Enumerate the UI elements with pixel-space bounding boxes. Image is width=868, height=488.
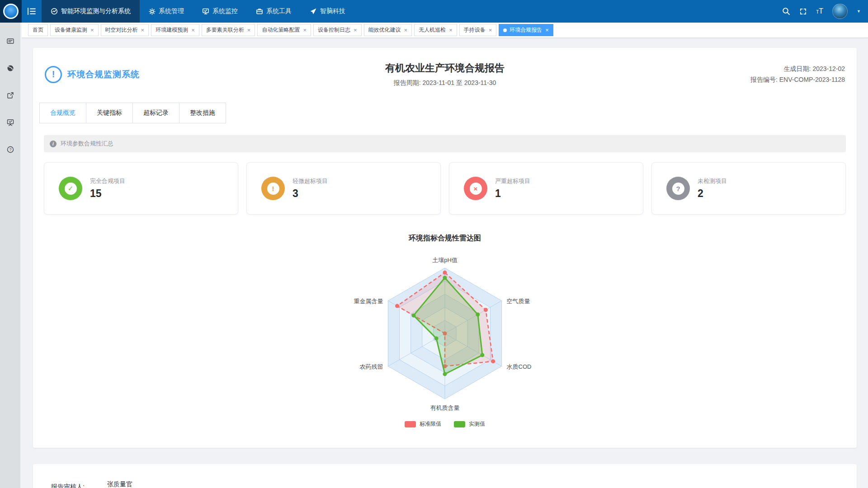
menu-item-label: 系统管理 (159, 7, 184, 15)
stats-row: ✓完全合规项目15!轻微超标项目3×严重超标项目1?未检测项目2 (44, 162, 846, 215)
svg-text:水质COD: 水质COD (507, 363, 532, 370)
radar-chart-title: 环境指标合规性雷达图 (409, 234, 481, 243)
radar-chart: 土壤pH值空气质量水质COD有机质含量农药残留重金属含量 (336, 249, 553, 419)
side-rail: ? (0, 0, 22, 488)
close-icon[interactable]: × (489, 27, 492, 33)
stat-label: 严重超标项目 (495, 177, 530, 185)
tab-exceed-records[interactable]: 超标记录 (132, 103, 179, 123)
menu-item-system-admin[interactable]: 系统管理 (140, 0, 193, 23)
report-number: 报告编号: ENV-COMP-2023-1128 (651, 75, 845, 85)
legend-label: 标准限值 (420, 420, 441, 428)
menu-item-label: 智脑科技 (320, 7, 345, 15)
toolbox-icon (256, 8, 263, 15)
tags-view-item[interactable]: 能效优化建议× (364, 24, 412, 36)
reviewer-name: 张质量官 (91, 480, 149, 488)
svg-text:土壤pH值: 土壤pH值 (432, 257, 458, 263)
board-check-icon[interactable] (4, 116, 17, 129)
fullscreen-icon[interactable] (799, 8, 807, 15)
tags-view-item[interactable]: 时空对比分析× (101, 24, 149, 36)
tab-label: 手持设备 (464, 26, 486, 34)
menu-item-ai-tech[interactable]: 智脑科技 (301, 0, 354, 23)
report-header: ! 环境合规监测系统 有机农业生产环境合规报告 报告周期: 2023-11-01… (33, 48, 857, 89)
globe-icon[interactable] (4, 61, 17, 75)
stat-icon-symbol: ? (672, 183, 684, 195)
close-icon[interactable]: × (247, 27, 251, 33)
main-menu: 智能环境监测与分析系统 系统管理 系统监控 系统工具 智脑科技 (42, 0, 354, 23)
tab-label: 设备控制日志 (318, 26, 350, 34)
active-dot-icon (503, 28, 507, 32)
tags-view-item[interactable]: 环境合规报告× (499, 24, 553, 36)
caret-down-icon[interactable]: ▼ (857, 9, 861, 14)
question-circle-icon[interactable]: ? (4, 143, 17, 156)
legend-label: 实测值 (469, 420, 485, 428)
close-icon[interactable]: × (191, 27, 195, 33)
reviewer-label: 报告审核人: (51, 483, 85, 488)
close-icon[interactable]: × (141, 27, 145, 33)
sidebar-toggle-icon[interactable] (22, 0, 42, 23)
check-circle-icon: ✓ (59, 177, 82, 200)
legend-item[interactable]: 标准限值 (405, 420, 441, 428)
stat-card: ?未检测项目2 (651, 162, 846, 215)
close-icon[interactable]: × (404, 27, 408, 33)
stat-value: 1 (495, 188, 530, 200)
tags-view-item[interactable]: 多要素关联分析× (202, 24, 255, 36)
tab-label: 无人机巡检 (419, 26, 446, 34)
external-link-icon[interactable] (4, 89, 17, 102)
tags-view-item[interactable]: 设备控制日志× (313, 24, 362, 36)
menu-item-system-tools[interactable]: 系统工具 (247, 0, 301, 23)
menu-item-system-monitor[interactable]: 系统监控 (193, 0, 247, 23)
tab-label: 环境建模预测 (156, 26, 188, 34)
close-icon[interactable]: × (545, 27, 549, 33)
generated-date: 生成日期: 2023-12-02 (651, 64, 845, 74)
question-circle-icon: ? (666, 177, 690, 200)
tags-view-item[interactable]: 自动化策略配置× (257, 24, 311, 36)
reviewer-card: 报告审核人: 张质量官 (33, 464, 857, 488)
stat-card: ✓完全合规项目15 (44, 162, 238, 215)
menu-item-label: 系统监控 (212, 7, 238, 15)
analysis-icon (51, 8, 58, 15)
avatar[interactable] (832, 4, 848, 19)
chart-area: 环境指标合规性雷达图 土壤pH值空气质量水质COD有机质含量农药残留重金属含量 … (33, 234, 857, 448)
tab-label: 能效优化建议 (368, 26, 401, 34)
report-card: ! 环境合规监测系统 有机农业生产环境合规报告 报告周期: 2023-11-01… (33, 48, 857, 448)
system-name: 环境合规监测系统 (67, 69, 140, 80)
close-icon[interactable]: × (90, 27, 94, 33)
close-icon[interactable]: × (449, 27, 453, 33)
tags-view-item[interactable]: 手持设备× (459, 24, 497, 36)
report-title: 有机农业生产环境合规报告 (239, 61, 651, 75)
report-meta: 生成日期: 2023-12-02 报告编号: ENV-COMP-2023-112… (651, 64, 845, 84)
app-logo (0, 0, 22, 23)
stat-icon-symbol: × (470, 183, 482, 195)
tab-label: 环境合规报告 (509, 26, 542, 34)
system-logo: ! 环境合规监测系统 (45, 66, 239, 83)
font-size-icon[interactable]: TT (816, 8, 823, 15)
tab-rectification[interactable]: 整改措施 (179, 103, 226, 123)
legend-item[interactable]: 实测值 (454, 420, 485, 428)
search-icon[interactable] (782, 7, 790, 15)
card-stack-icon[interactable] (4, 34, 17, 48)
app-logo-icon (3, 4, 19, 19)
radar-legend: 标准限值实测值 (405, 420, 485, 428)
legend-swatch-icon (454, 421, 465, 427)
tab-key-indicators[interactable]: 关键指标 (86, 103, 133, 123)
close-icon[interactable]: × (303, 27, 307, 33)
close-icon[interactable]: × (354, 27, 357, 33)
tags-view-item[interactable]: 无人机巡检× (414, 24, 457, 36)
main-content: ! 环境合规监测系统 有机农业生产环境合规报告 报告周期: 2023-11-01… (22, 38, 868, 488)
report-period: 报告周期: 2023-11-01 至 2023-11-30 (239, 79, 651, 87)
stat-card: ×严重超标项目1 (449, 162, 643, 215)
legend-swatch-icon (405, 421, 416, 427)
content-tabs: 合规概览 关键指标 超标记录 整改措施 (39, 103, 857, 123)
tags-view-item[interactable]: 环境建模预测× (151, 24, 199, 36)
top-navbar: 智能环境监测与分析系统 系统管理 系统监控 系统工具 智脑科技 TT ▼ (22, 0, 868, 23)
tags-view-item[interactable]: 首页 (28, 24, 48, 36)
menu-item-dashboard[interactable]: 智能环境监测与分析系统 (42, 0, 140, 23)
menu-item-label: 系统工具 (266, 7, 292, 15)
tags-bar: 首页设备健康监测×时空对比分析×环境建模预测×多要素关联分析×自动化策略配置×设… (22, 23, 868, 38)
tab-compliance-overview[interactable]: 合规概览 (39, 103, 86, 123)
stat-value: 2 (698, 188, 727, 200)
stat-label: 轻微超标项目 (292, 177, 328, 185)
exclamation-circle-icon: ! (261, 177, 285, 200)
tags-view-item[interactable]: 设备健康监测× (50, 24, 99, 36)
stat-value: 3 (292, 188, 328, 200)
